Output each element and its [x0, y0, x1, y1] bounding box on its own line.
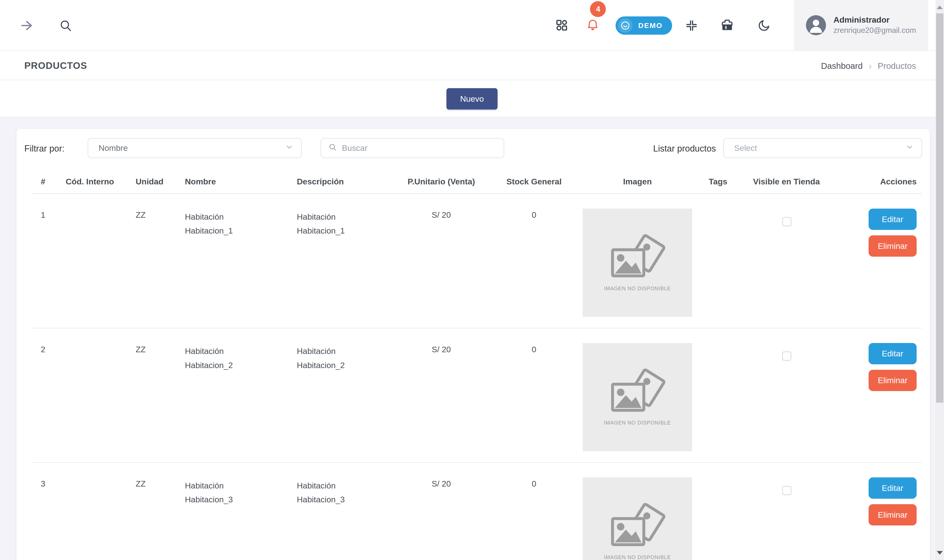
cell-image: IMAGEN NO DISPONIBLE [577, 462, 698, 560]
image-not-available-placeholder: IMAGEN NO DISPONIBLE [583, 477, 692, 560]
cell-unit: ZZ [130, 194, 179, 328]
filter-field-select[interactable]: Nombre [88, 138, 302, 158]
cell-tags [698, 462, 738, 560]
cell-unit-price: S/ 20 [391, 194, 492, 328]
cell-visible-in-store [738, 194, 835, 328]
grid-apps-icon [555, 19, 568, 32]
theme-customizer-button[interactable] [721, 19, 734, 32]
vertical-scrollbar[interactable] [935, 0, 944, 560]
scrollbar-thumb[interactable] [936, 13, 944, 403]
delete-button[interactable]: Eliminar [869, 235, 917, 257]
search-icon [329, 143, 337, 154]
col-description: Descripción [291, 175, 391, 194]
col-stock: Stock General [492, 175, 577, 194]
cell-name: HabitaciónHabitacion_1 [179, 194, 291, 328]
edit-button[interactable]: Editar [868, 477, 916, 499]
col-visible-in-store: Visible en Tienda [738, 175, 835, 194]
cell-stock: 0 [492, 462, 577, 560]
products-table: # Cód. Interno Unidad Nombre Descripción… [32, 175, 922, 560]
table-header-row: # Cód. Interno Unidad Nombre Descripción… [32, 175, 922, 194]
smiley-icon [618, 18, 633, 32]
app-viewport: 4 DEMO [0, 0, 944, 560]
cell-name: HabitaciónHabitacion_2 [179, 328, 291, 463]
breadcrumb-separator-icon: › [869, 61, 872, 70]
user-name: Administrador [833, 15, 916, 26]
cell-image: IMAGEN NO DISPONIBLE [577, 328, 698, 463]
chevron-down-icon [284, 142, 294, 154]
moon-icon [757, 18, 771, 32]
dark-mode-button[interactable] [757, 18, 771, 32]
visible-in-store-checkbox[interactable] [782, 352, 791, 361]
col-unit: Unidad [130, 175, 179, 194]
chevron-down-icon [905, 142, 914, 154]
breadcrumb: Dashboard › Productos [821, 61, 916, 70]
cell-index: 1 [32, 194, 60, 328]
notifications-button[interactable]: 4 [586, 18, 600, 32]
compress-icon [686, 19, 698, 31]
visible-in-store-checkbox[interactable] [782, 486, 791, 495]
edit-button[interactable]: Editar [868, 343, 916, 365]
topbar: 4 DEMO [0, 0, 944, 51]
search-input-box [321, 138, 504, 158]
cell-stock: 0 [492, 194, 577, 328]
breadcrumb-dashboard-link[interactable]: Dashboard [821, 61, 863, 70]
user-email: zrenrique20@gmail.com [833, 26, 916, 36]
toolbar: Nuevo [0, 80, 944, 117]
table-row: 1 ZZ HabitaciónHabitacion_1 HabitaciónHa… [32, 194, 922, 328]
cell-internal-code [60, 328, 130, 463]
arrow-right-icon [20, 18, 35, 32]
filter-bar: Filtrar por: Nombre Lista [24, 138, 922, 158]
products-card: Filtrar por: Nombre Lista [17, 129, 930, 560]
cell-unit-price: S/ 20 [391, 328, 492, 463]
col-tags: Tags [698, 175, 738, 194]
new-product-button[interactable]: Nuevo [447, 88, 497, 109]
fullscreen-toggle-button[interactable] [686, 19, 698, 31]
page-header: PRODUCTOS Dashboard › Productos [0, 51, 944, 80]
cell-actions: Editar Eliminar [835, 194, 922, 328]
table-row: 3 ZZ HabitaciónHabitacion_3 HabitaciónHa… [32, 462, 922, 560]
edit-button[interactable]: Editar [868, 209, 916, 230]
cell-description: HabitaciónHabitacion_3 [291, 462, 391, 560]
search-input[interactable] [342, 143, 496, 153]
search-button[interactable] [59, 18, 72, 32]
notification-count-badge: 4 [590, 1, 606, 17]
photo-stack-icon [608, 369, 667, 417]
cell-unit: ZZ [130, 328, 179, 463]
cell-internal-code [60, 462, 130, 560]
col-name: Nombre [179, 175, 291, 194]
search-icon [59, 18, 72, 32]
list-products-placeholder: Select [734, 143, 757, 153]
delete-button[interactable]: Eliminar [869, 370, 917, 391]
col-unit-price: P.Unitario (Venta) [391, 175, 492, 194]
cell-description: HabitaciónHabitacion_1 [291, 194, 391, 328]
scroll-up-arrow-icon[interactable] [937, 6, 943, 9]
paint-brush-icon [721, 19, 734, 32]
list-products-select[interactable]: Select [723, 138, 922, 158]
bell-icon [586, 18, 600, 32]
table-row: 2 ZZ HabitaciónHabitacion_2 HabitaciónHa… [32, 328, 922, 463]
breadcrumb-current: Productos [878, 61, 916, 70]
demo-mode-button[interactable]: DEMO [616, 16, 672, 34]
cell-name: HabitaciónHabitacion_3 [179, 462, 291, 560]
apps-grid-button[interactable] [555, 19, 568, 32]
col-actions: Acciones [835, 175, 922, 194]
cell-internal-code [60, 194, 130, 328]
visible-in-store-checkbox[interactable] [782, 217, 791, 226]
user-menu[interactable]: Administrador zrenrique20@gmail.com [794, 0, 928, 51]
delete-button[interactable]: Eliminar [869, 504, 917, 526]
cell-index: 3 [32, 462, 60, 560]
demo-label: DEMO [638, 21, 663, 29]
image-not-available-placeholder: IMAGEN NO DISPONIBLE [583, 209, 692, 317]
cell-index: 2 [32, 328, 60, 463]
cell-unit: ZZ [130, 462, 179, 560]
image-not-available-placeholder: IMAGEN NO DISPONIBLE [583, 343, 692, 451]
scroll-down-arrow-icon[interactable] [937, 551, 943, 555]
cell-unit-price: S/ 20 [391, 462, 492, 560]
page-title: PRODUCTOS [24, 60, 87, 71]
cell-actions: Editar Eliminar [835, 328, 922, 463]
col-index: # [32, 175, 60, 194]
sidebar-toggle-button[interactable] [20, 18, 35, 32]
filter-field-value: Nombre [98, 143, 128, 153]
photo-stack-icon [608, 234, 667, 283]
cell-visible-in-store [738, 328, 835, 463]
